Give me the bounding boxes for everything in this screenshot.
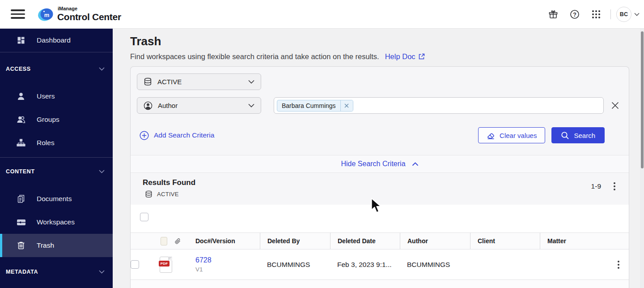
page-title: Trash [130,34,644,48]
chevron-down-icon [99,170,105,173]
eraser-icon [487,131,495,140]
brand-name-large: Control Center [57,12,121,21]
sidebar-item-label: Dashboard [37,36,71,44]
trash-icon [16,241,26,250]
file-type-icon [161,237,167,245]
sidebar-item-label: Workspaces [37,218,75,226]
search-criteria-area: ACTIVE Author [131,67,629,155]
scope-dropdown[interactable]: ACTIVE [137,73,261,90]
table-row[interactable]: PDF 6728 V1 BCUMMINGS Feb 3, 2023 9:1...… [131,249,629,280]
section-label: CONTENT [6,168,35,175]
next-row-partial [131,280,629,288]
hide-search-criteria-link[interactable]: Hide Search Criteria [341,160,418,168]
sidebar-divider [0,157,113,158]
results-menu-kebab-icon[interactable] [609,181,620,192]
sidebar-item-users[interactable]: Users [0,85,113,108]
whats-new-gift-icon[interactable] [545,6,561,22]
add-search-criteria-button[interactable]: Add Search Criteria [140,131,214,140]
sidebar-section-content[interactable]: CONTENT [0,166,113,177]
plus-circle-icon [140,131,149,140]
th-author[interactable]: Author [400,233,470,249]
th-filetype [156,233,175,249]
doc-number-link[interactable]: 6728 [195,256,212,264]
clear-values-button[interactable]: Clear values [478,127,545,143]
hide-criteria-label: Hide Search Criteria [341,160,405,168]
sidebar-item-label: Trash [37,241,54,249]
help-doc-label: Help Doc [385,52,415,61]
vertical-scrollbar[interactable] [640,29,644,288]
profile-chevron-down-icon[interactable] [634,13,640,16]
sidebar-item-label: Groups [37,116,59,124]
select-all-checkbox[interactable] [140,213,148,221]
main-content: Trash Find workspaces using flexible sea… [113,29,644,288]
content-items: Documents Workspaces [0,187,113,257]
access-items: Users Groups [0,85,113,155]
search-icon [561,131,569,140]
th-doc-version[interactable]: Doc#/Version [188,233,260,249]
chip-remove-icon[interactable] [340,100,353,112]
sidebar-item-workspaces[interactable]: Workspaces [0,211,113,234]
help-doc-link[interactable]: Help Doc [385,52,425,61]
row-checkbox[interactable] [131,260,139,269]
svg-text:m: m [44,12,50,18]
sidebar-item-trash[interactable]: Trash [0,234,113,257]
sidebar-item-dashboard[interactable]: Dashboard [0,29,113,52]
clear-values-label: Clear values [500,132,537,139]
th-deleted-by[interactable]: Deleted By [260,233,330,249]
row-menu-kebab-icon[interactable] [613,259,624,271]
sidebar-section-access[interactable]: ACCESS [0,63,113,75]
chip-label: Barbara Cummings [277,102,340,109]
results-scope-label: ACTIVE [157,191,179,198]
database-icon [144,77,152,86]
chevron-down-icon [99,270,105,274]
brand-logo: m iManage Control Center [38,6,121,22]
select-all-band [131,205,629,232]
th-actions [608,233,629,249]
cell-deleted-date: Feb 3, 2023 9:1... [330,261,400,269]
hide-criteria-band: Hide Search Criteria [131,155,629,173]
sidebar-section-metadata[interactable]: METADATA [0,266,113,278]
users-icon [16,91,26,101]
topbar-divider [610,9,611,19]
field-dropdown[interactable]: Author [137,97,261,114]
value-chip: Barbara Cummings [277,100,353,112]
cell-deleted-by: BCUMMINGS [260,261,330,269]
criteria-value-input[interactable]: Barbara Cummings [274,97,604,114]
th-deleted-date[interactable]: Deleted Date [330,233,400,249]
database-icon [145,190,153,198]
user-avatar[interactable]: BC [616,7,631,22]
paperclip-icon [175,237,181,245]
scrollbar-thumb[interactable] [641,31,644,168]
sidebar-item-label: Users [37,92,55,100]
app-launcher-icon[interactable] [588,6,604,22]
chevron-down-icon [99,67,105,71]
page-fold [168,257,172,261]
th-select [131,233,156,249]
add-criteria-label: Add Search Criteria [154,131,214,139]
pdf-file-icon: PDF [160,257,172,273]
sidebar-divider [0,52,113,52]
topbar-actions: ? BC [540,6,644,22]
sidebar-item-documents[interactable]: Documents [0,187,113,211]
author-icon [144,101,153,110]
chevron-down-icon [248,80,254,84]
screen: m iManage Control Center ? [0,0,644,288]
sidebar-item-roles[interactable]: Roles [0,131,113,155]
search-button[interactable]: Search [551,127,605,143]
sidebar-item-label: Documents [37,195,72,203]
section-label: ACCESS [6,66,31,72]
th-client[interactable]: Client [470,233,540,249]
th-matter[interactable]: Matter [540,233,608,249]
hamburger-menu-icon[interactable] [11,9,25,20]
sidebar-item-groups[interactable]: Groups [0,108,113,131]
sidebar: Dashboard ACCESS Users [0,29,113,288]
results-table-header: Doc#/Version Deleted By Deleted Date Aut… [131,232,629,249]
help-icon[interactable]: ? [567,6,583,22]
roles-icon [16,138,26,148]
scope-value: ACTIVE [157,78,182,86]
remove-criteria-row-icon[interactable] [607,98,623,113]
documents-icon [16,194,26,204]
results-range: 1-9 [591,182,601,190]
th-attachment [175,233,188,249]
search-results-panel: ACTIVE Author [130,66,629,288]
